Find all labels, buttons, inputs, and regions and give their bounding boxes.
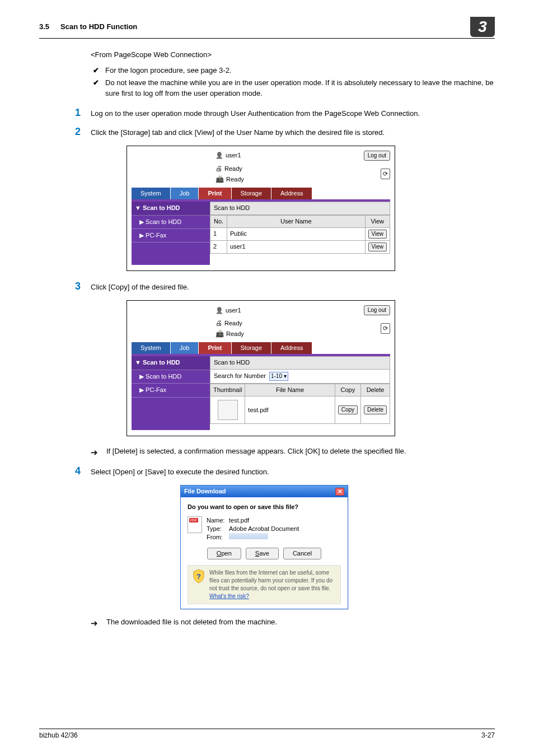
table-row: 1 Public View [210, 227, 390, 240]
screenshot-storage-files: user1 Log out Ready Ready ⟳ System Job P… [127, 300, 395, 436]
col-thumbnail: Thumbnail [210, 384, 245, 396]
save-button[interactable]: Save [246, 548, 279, 559]
logout-button[interactable]: Log out [364, 305, 390, 315]
open-button[interactable]: Open [207, 548, 241, 559]
step-text: Click [Copy] of the desired file. [91, 281, 495, 292]
users-table: No. User Name View 1 Public View 2 [210, 215, 390, 254]
tab-print[interactable]: Print [199, 188, 231, 199]
warning-text: While files from the Internet can be use… [209, 570, 332, 591]
file-thumbnail [218, 400, 238, 420]
pdf-file-icon [188, 516, 202, 533]
col-username: User Name [227, 215, 366, 227]
sidebar-head-scan[interactable]: ▼ Scan to HDD [132, 202, 210, 215]
col-no: No. [210, 215, 227, 227]
arrow-icon: ➔ [91, 446, 106, 458]
step-text: Click the [Storage] tab and click [View]… [91, 127, 495, 138]
search-label: Search for Number [214, 372, 266, 380]
panel-title: Scan to HDD [210, 202, 390, 214]
tab-address[interactable]: Address [271, 188, 312, 199]
note-text: Do not leave the machine while you are i… [105, 78, 495, 98]
user-icon [216, 306, 223, 315]
delete-button[interactable]: Delete [364, 405, 387, 414]
panel-title: Scan to HDD [210, 356, 390, 369]
footer-page: 3-27 [481, 731, 495, 740]
col-copy: Copy [335, 384, 360, 396]
note-text: For the logon procedure, see page 3-2. [105, 66, 231, 76]
cancel-button[interactable]: Cancel [283, 548, 321, 559]
scanner-icon [216, 175, 224, 184]
chapter-badge: 3 [470, 17, 495, 37]
table-row: test.pdf Copy Delete [210, 396, 390, 424]
tab-print[interactable]: Print [199, 342, 231, 354]
tab-storage[interactable]: Storage [232, 188, 272, 199]
view-button[interactable]: View [368, 242, 387, 251]
tab-system[interactable]: System [132, 188, 171, 199]
col-filename: File Name [245, 384, 335, 396]
copy-button[interactable]: Copy [338, 405, 358, 414]
files-table: Thumbnail File Name Copy Delete test.pdf… [210, 384, 390, 424]
table-row: 2 user1 View [210, 240, 390, 253]
note-text: If [Delete] is selected, a confirmation … [106, 446, 406, 458]
checkmark-icon: ✔ [93, 66, 105, 76]
checkmark-icon: ✔ [93, 78, 105, 98]
tab-job[interactable]: Job [171, 188, 199, 199]
printer-icon [216, 164, 222, 174]
file-name: test.pdf [245, 396, 335, 424]
current-user: user1 [226, 306, 241, 315]
sidebar-item-scan[interactable]: ▶ Scan to HDD [132, 370, 210, 384]
current-user: user1 [226, 151, 241, 160]
subheading: <From PageScope Web Connection> [91, 50, 495, 60]
sidebar-item-scan[interactable]: ▶ Scan to HDD [132, 216, 210, 229]
tab-job[interactable]: Job [171, 342, 199, 354]
label-name: Name: [207, 516, 229, 525]
arrow-icon: ➔ [91, 617, 106, 629]
view-button[interactable]: View [368, 230, 387, 239]
status-text: Ready [226, 175, 244, 184]
value-from-redacted [229, 533, 268, 539]
dialog-title: File Download [184, 487, 226, 496]
tab-storage[interactable]: Storage [232, 342, 272, 354]
tab-system[interactable]: System [132, 342, 171, 354]
value-name: test.pdf [229, 516, 249, 525]
step-text: Select [Open] or [Save] to execute the d… [91, 466, 495, 477]
status-text: Ready [226, 330, 244, 338]
step-number: 3 [75, 281, 91, 292]
footer-product: bizhub 42/36 [39, 731, 78, 740]
close-icon[interactable]: ✕ [335, 488, 344, 496]
label-type: Type: [207, 525, 229, 533]
label-from: From: [207, 533, 229, 542]
step-number: 4 [75, 466, 91, 477]
col-delete: Delete [361, 384, 390, 396]
col-view: View [365, 215, 390, 227]
note-text: The downloaded file is not deleted from … [106, 617, 277, 629]
shield-warning-icon: ? [193, 569, 205, 584]
tab-address[interactable]: Address [271, 342, 312, 354]
section-number: 3.5 [39, 22, 49, 32]
user-icon [216, 151, 223, 160]
step-text: Log on to the user operation mode throug… [91, 108, 495, 119]
section-title: Scan to HDD Function [60, 22, 137, 32]
sidebar-item-pcfax[interactable]: ▶ PC-Fax [132, 229, 210, 242]
screenshot-storage-users: user1 Log out Ready Ready ⟳ System Job P… [127, 146, 395, 271]
svg-text:?: ? [196, 572, 201, 581]
search-range-select[interactable]: 1-10 ▾ [269, 372, 288, 381]
status-text: Ready [224, 165, 242, 173]
sidebar-item-pcfax[interactable]: ▶ PC-Fax [132, 384, 210, 397]
whats-the-risk-link[interactable]: What's the risk? [209, 593, 249, 599]
value-type: Adobe Acrobat Document [229, 525, 299, 533]
logout-button[interactable]: Log out [364, 151, 390, 161]
dialog-question: Do you want to open or save this file? [188, 503, 341, 511]
scanner-icon [216, 329, 224, 339]
status-text: Ready [224, 319, 242, 328]
file-download-dialog: File Download ✕ Do you want to open or s… [180, 485, 348, 609]
step-number: 2 [75, 127, 91, 138]
step-number: 1 [75, 108, 91, 119]
printer-icon [216, 319, 222, 328]
sidebar-head-scan[interactable]: ▼ Scan to HDD [132, 356, 210, 370]
